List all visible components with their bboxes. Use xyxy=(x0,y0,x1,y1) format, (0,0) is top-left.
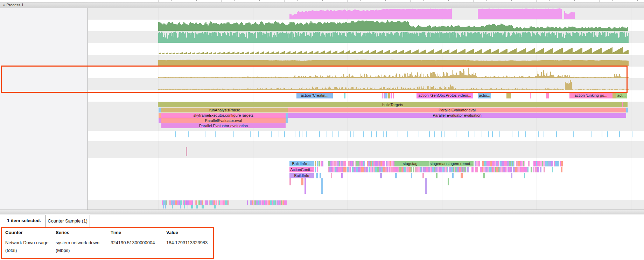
trace-slice[interactable] xyxy=(159,113,161,118)
trace-slice[interactable] xyxy=(483,173,485,178)
trace-slice[interactable] xyxy=(318,161,320,166)
trace-slice[interactable] xyxy=(286,113,288,118)
gc-tick[interactable] xyxy=(363,131,364,137)
trace-slice[interactable] xyxy=(331,173,332,178)
trace-slice[interactable]: runAnalysisPhase xyxy=(161,108,288,112)
gc-tick[interactable] xyxy=(398,131,398,137)
trace-slice[interactable]: ActionConti... xyxy=(289,167,314,172)
trace-slice[interactable] xyxy=(626,108,628,112)
gc-tick[interactable] xyxy=(258,131,259,137)
trace-slice[interactable] xyxy=(196,200,197,205)
gc-tick[interactable] xyxy=(525,131,526,137)
gc-tick[interactable] xyxy=(338,131,339,137)
collapse-arrow-icon[interactable]: ▾ xyxy=(3,3,5,8)
trace-slice[interactable] xyxy=(552,167,553,172)
trace-slice[interactable]: ParallelEvaluator.eval xyxy=(161,118,286,123)
trace-slice[interactable] xyxy=(320,173,321,178)
trace-slice[interactable] xyxy=(511,173,512,178)
gc-tick[interactable] xyxy=(407,131,408,137)
trace-slice[interactable] xyxy=(561,167,563,172)
gc-tick[interactable] xyxy=(544,131,544,137)
trace-slice[interactable] xyxy=(286,118,288,123)
trace-slice[interactable] xyxy=(206,200,208,205)
trace-slice[interactable]: actio... xyxy=(478,93,491,98)
trace-slice[interactable] xyxy=(364,161,365,166)
trace-slice[interactable] xyxy=(196,205,198,208)
trace-slice[interactable] xyxy=(285,200,287,205)
trace-slice[interactable] xyxy=(514,161,514,166)
trace-slice[interactable] xyxy=(479,161,480,166)
trace-slice[interactable] xyxy=(383,161,385,166)
gc-tick[interactable] xyxy=(386,131,387,137)
trace-slice[interactable] xyxy=(415,167,418,172)
trace-slice[interactable] xyxy=(382,93,383,98)
trace-slice[interactable] xyxy=(165,205,166,208)
gc-tick[interactable] xyxy=(441,131,442,137)
gc-tick[interactable] xyxy=(419,131,419,137)
trace-slice[interactable] xyxy=(385,93,387,98)
trace-slice[interactable] xyxy=(448,178,449,185)
trace-slice[interactable] xyxy=(227,200,229,205)
trace-slice[interactable] xyxy=(163,205,164,208)
trace-slice[interactable] xyxy=(180,205,181,208)
trace-slice[interactable] xyxy=(544,167,545,172)
trace-slice[interactable]: skyframeExecutor.configureTargets xyxy=(161,113,286,118)
trace-slice[interactable] xyxy=(321,161,322,166)
trace-slice[interactable] xyxy=(506,93,511,98)
trace-slice[interactable] xyxy=(202,205,204,208)
trace-slice[interactable] xyxy=(421,167,422,172)
trace-slice[interactable]: stagstag... xyxy=(394,161,429,166)
trace-slice[interactable] xyxy=(188,205,188,208)
trace-slice[interactable]: BuildInfo xyxy=(289,173,314,178)
gc-tick[interactable] xyxy=(188,131,189,137)
gc-tick[interactable] xyxy=(607,131,608,137)
trace-slice[interactable]: buildTargets xyxy=(158,102,628,107)
trace-slice[interactable] xyxy=(315,161,316,166)
trace-slice[interactable] xyxy=(187,147,187,156)
gc-tick[interactable] xyxy=(299,131,300,137)
trace-slice[interactable] xyxy=(167,200,167,205)
trace-slice[interactable] xyxy=(301,178,303,185)
gc-tick[interactable] xyxy=(556,131,557,137)
trace-slice[interactable]: stagemanstagem.remot... xyxy=(429,161,474,166)
gc-tick[interactable] xyxy=(250,131,251,137)
trace-slice[interactable] xyxy=(510,167,512,172)
trace-slice[interactable] xyxy=(317,161,318,166)
gc-tick[interactable] xyxy=(518,131,519,137)
gc-tick[interactable] xyxy=(295,131,295,137)
gc-tick[interactable] xyxy=(327,131,327,137)
trace-slice[interactable] xyxy=(530,93,531,98)
trace-slice[interactable] xyxy=(395,173,397,178)
trace-slice[interactable] xyxy=(289,178,291,185)
trace-slice[interactable] xyxy=(350,167,351,172)
gc-tick[interactable] xyxy=(602,131,602,137)
trace-slice[interactable]: Parallel Evaluator evaluation xyxy=(161,123,286,128)
gc-tick[interactable] xyxy=(488,131,489,137)
gc-tick[interactable] xyxy=(319,131,320,137)
trace-slice[interactable] xyxy=(321,178,323,194)
gc-tick[interactable] xyxy=(332,131,333,137)
trace-slice[interactable]: action 'Linking go... xyxy=(569,93,612,98)
trace-slice[interactable] xyxy=(304,178,307,194)
trace-slice[interactable] xyxy=(315,167,316,172)
trace-slice[interactable] xyxy=(341,173,343,178)
trace-slice[interactable] xyxy=(540,167,541,172)
gc-tick[interactable] xyxy=(350,131,351,137)
trace-slice[interactable] xyxy=(317,167,318,172)
trace-slice[interactable]: Parallel Evaluator evaluation xyxy=(288,113,626,118)
gc-tick[interactable] xyxy=(215,131,216,137)
trace-slice[interactable] xyxy=(561,161,563,166)
gc-tick[interactable] xyxy=(456,131,456,137)
gc-tick[interactable] xyxy=(354,131,354,137)
gc-tick[interactable] xyxy=(434,131,435,137)
gc-tick[interactable] xyxy=(475,131,475,137)
gc-tick[interactable] xyxy=(512,131,512,137)
trace-slice[interactable] xyxy=(612,93,616,98)
trace-slice[interactable]: BuildInfo ... xyxy=(289,161,314,166)
trace-slice[interactable] xyxy=(391,93,392,98)
trace-slice[interactable] xyxy=(528,161,530,166)
trace-slice[interactable] xyxy=(467,167,469,172)
trace-slice[interactable] xyxy=(436,173,438,178)
gc-tick[interactable] xyxy=(383,131,384,137)
trace-slice[interactable] xyxy=(184,205,186,208)
